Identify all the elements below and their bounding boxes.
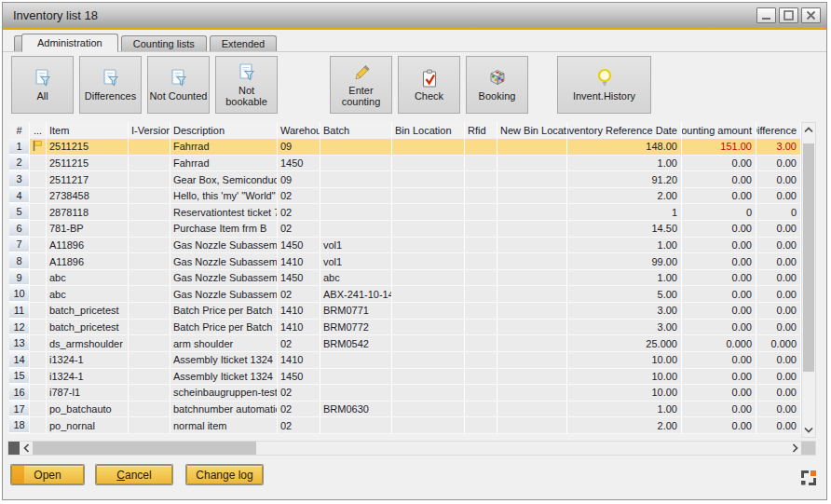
iversion-cell xyxy=(129,417,170,433)
not-bookable-button[interactable]: Not bookable xyxy=(215,56,278,114)
col-counting-header[interactable]: Counting amount xyxy=(682,122,756,139)
table-row[interactable]: 10 abc Gas Nozzle Subassembly, 02 ABX-24… xyxy=(9,286,801,303)
vertical-scroll-thumb[interactable] xyxy=(803,143,814,372)
row-number-cell[interactable]: 1 xyxy=(9,139,30,155)
row-number-cell[interactable]: 14 xyxy=(9,352,30,368)
scroll-down-icon[interactable] xyxy=(802,423,815,437)
scroll-up-icon[interactable] xyxy=(802,123,815,137)
row-number-cell[interactable]: 10 xyxy=(9,286,30,302)
check-button[interactable]: Check xyxy=(398,56,460,114)
row-number-cell[interactable]: 2 xyxy=(9,156,30,171)
batch-cell xyxy=(320,352,392,368)
table-row[interactable]: 7 A11896 Gas Nozzle Subassembly, 1450 vo… xyxy=(9,238,801,254)
table-row[interactable]: 6 781-BP Purchase Item frm B 02 14.50 0.… xyxy=(9,221,801,238)
col-rfid-header[interactable]: Rfid xyxy=(465,122,497,139)
col-batch-header[interactable]: Batch xyxy=(320,122,392,139)
table-row[interactable]: 14 i1324-1 Assembly Iticket 1324 1410 10… xyxy=(9,352,801,369)
rfid-cell xyxy=(465,303,497,319)
warehouse-cell: 02 xyxy=(278,417,320,433)
col-warehouse-header[interactable]: Warehous xyxy=(278,122,320,139)
booking-button[interactable]: Booking xyxy=(466,56,528,114)
col-ref-date-header[interactable]: Inventory Reference Date xyxy=(567,122,682,139)
table-row[interactable]: 15 i1324-1 Assembly Iticket 1324 1450 10… xyxy=(9,369,801,386)
item-cell: po_nornal xyxy=(47,417,129,433)
row-number-cell[interactable]: 9 xyxy=(9,270,30,286)
table-row[interactable]: 5 2878118 Reservationtest ticket 785 02 … xyxy=(9,204,801,221)
difference-cell: 0.00 xyxy=(756,320,801,335)
all-button[interactable]: All xyxy=(11,56,74,114)
ref-date-cell: 25.000 xyxy=(567,335,682,351)
resize-grip-icon[interactable] xyxy=(800,470,817,486)
table-row[interactable]: 1 2511215 Fahrrad 09 148.00 151.00 3.00 xyxy=(9,139,801,156)
counting-cell: 151.00 xyxy=(682,139,756,155)
new-bin-cell xyxy=(497,320,567,335)
batch-cell xyxy=(320,171,392,187)
enter-counting-button[interactable]: Enter counting xyxy=(330,56,392,114)
scroll-left-icon[interactable] xyxy=(20,442,33,455)
ref-date-cell: 14.50 xyxy=(567,221,682,237)
difference-cell: 0.00 xyxy=(756,253,801,269)
col-description-header[interactable]: Description xyxy=(170,122,278,139)
row-number-cell[interactable]: 4 xyxy=(9,188,30,204)
cancel-button[interactable]: Cancel xyxy=(96,465,172,484)
table-row[interactable]: 8 A11896 Gas Nozzle Subassembly, 1410 vo… xyxy=(9,253,801,270)
col-number-header[interactable]: # xyxy=(9,122,30,139)
row-number-cell[interactable]: 7 xyxy=(9,238,30,253)
splitter-box[interactable] xyxy=(8,442,20,455)
horizontal-scroll-track[interactable] xyxy=(33,442,788,455)
open-button[interactable]: Open xyxy=(11,465,84,484)
counting-cell: 0.00 xyxy=(682,369,756,385)
table-row[interactable]: 13 ds_armshoulder arm shoulder 02 BRM054… xyxy=(9,335,801,352)
col-item-header[interactable]: Item xyxy=(47,122,129,139)
row-number-cell[interactable]: 18 xyxy=(9,417,30,433)
row-number-cell[interactable]: 3 xyxy=(9,171,30,187)
col-iversion-header[interactable]: I-Version xyxy=(129,122,170,139)
ref-date-cell: 10.00 xyxy=(567,369,682,385)
new-bin-cell xyxy=(497,238,567,253)
differences-button[interactable]: Differences xyxy=(79,56,142,114)
tab-counting-lists[interactable]: Counting lists xyxy=(121,35,207,51)
ref-date-cell: 1.00 xyxy=(567,270,682,286)
horizontal-scrollbar[interactable] xyxy=(7,441,816,456)
tab-administration[interactable]: Administration xyxy=(21,34,118,52)
bin-location-cell xyxy=(392,320,465,335)
col-bin-location-header[interactable]: Bin Location xyxy=(392,122,465,139)
tab-extended[interactable]: Extended xyxy=(210,35,277,51)
table-row[interactable]: 3 2511217 Gear Box, Semiconducto 09 91.2… xyxy=(9,171,801,188)
row-number-cell[interactable]: 17 xyxy=(9,402,30,417)
horizontal-scroll-thumb[interactable] xyxy=(33,442,256,455)
row-number-cell[interactable]: 11 xyxy=(9,303,30,319)
table-row[interactable]: 4 2738458 Hello, this 'my' "World" 02 2.… xyxy=(9,188,801,205)
warehouse-cell: 1450 xyxy=(278,238,320,253)
row-number-cell[interactable]: 6 xyxy=(9,221,30,237)
invent-history-button[interactable]: Invent.History xyxy=(557,56,651,114)
table-row[interactable]: 12 batch_pricetest Batch Price per Batch… xyxy=(9,320,801,336)
table-row[interactable]: 16 i787-l1 scheinbaugruppen-test 02 10.0… xyxy=(9,385,801,402)
row-number-cell[interactable]: 15 xyxy=(9,369,30,385)
difference-cell: 0.00 xyxy=(756,156,801,171)
row-number-cell[interactable]: 5 xyxy=(9,204,30,220)
row-number-cell[interactable]: 13 xyxy=(9,335,30,351)
maximize-button[interactable] xyxy=(779,7,798,23)
bin-location-cell xyxy=(392,139,465,155)
col-new-bin-header[interactable]: New Bin Locatio xyxy=(497,122,567,139)
not-counted-button[interactable]: Not Counted xyxy=(147,56,210,114)
scroll-right-icon[interactable] xyxy=(788,442,801,455)
col-flag-header[interactable]: ... xyxy=(30,122,47,139)
row-number-cell[interactable]: 12 xyxy=(9,320,30,335)
minimize-button[interactable] xyxy=(756,7,776,23)
table-row[interactable]: 2 2511215 Fahrrad 1450 1.00 0.00 0.00 xyxy=(9,156,801,172)
row-number-cell[interactable]: 8 xyxy=(9,253,30,269)
title-bar[interactable]: Inventory list 18 xyxy=(3,3,826,27)
bin-location-cell xyxy=(392,286,465,302)
close-button[interactable] xyxy=(801,7,821,23)
vertical-scrollbar[interactable] xyxy=(801,122,816,438)
row-number-cell[interactable]: 16 xyxy=(9,385,30,401)
col-difference-header[interactable]: Difference xyxy=(756,122,801,139)
minimize-icon xyxy=(758,8,774,22)
table-row[interactable]: 11 batch_pricetest Batch Price per Batch… xyxy=(9,303,801,320)
table-row[interactable]: 9 abc Gas Nozzle Subassembly, 1450 abc 1… xyxy=(9,270,801,287)
table-row[interactable]: 18 po_nornal normal item 02 2.00 0.00 0.… xyxy=(9,417,801,434)
table-row[interactable]: 17 po_batchauto batchnumber automatic b … xyxy=(9,402,801,418)
change-log-button[interactable]: Change log xyxy=(186,465,263,484)
